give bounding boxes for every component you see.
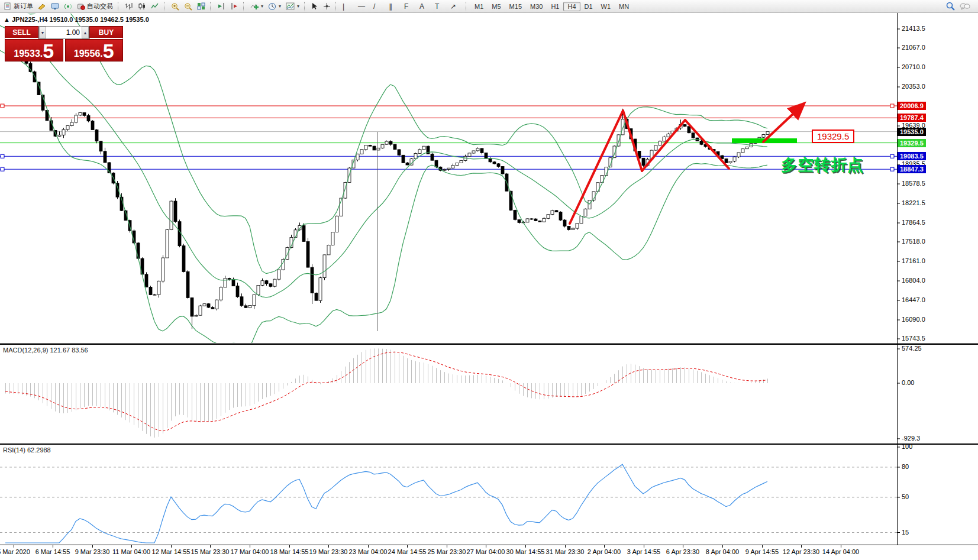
search-icon[interactable] — [946, 2, 955, 11]
trend-arrows[interactable] — [570, 105, 803, 224]
chevron-down-icon: ▾ — [261, 4, 263, 9]
chart-shift-icon — [230, 2, 238, 10]
metaquotes-button[interactable] — [35, 1, 49, 12]
trendline-tool[interactable]: / — [371, 1, 386, 12]
periods-button[interactable]: ▾ — [266, 1, 283, 12]
timeframe-w1[interactable]: W1 — [597, 2, 615, 11]
timeframe-h4[interactable]: H4 — [563, 2, 580, 11]
buy-price-main: 19556 — [74, 48, 101, 60]
toolbar-separator — [304, 2, 306, 11]
timeframe-d1[interactable]: D1 — [580, 2, 597, 11]
autotrading-label: 自动交易 — [87, 2, 113, 11]
sell-price-main: 19533 — [14, 48, 40, 60]
bar-chart-button[interactable] — [122, 1, 135, 12]
chevron-down-icon: ▾ — [297, 4, 299, 9]
volume-decrease-button[interactable]: ▼ — [39, 27, 46, 38]
clock-icon — [268, 2, 276, 11]
toolbar-separator — [243, 2, 246, 11]
price-chart-svg — [0, 0, 978, 560]
timeframes-group: M1M5M15M30H1H4D1W1MN — [470, 2, 633, 11]
indicators-add-icon — [250, 2, 259, 10]
bar-chart-icon — [125, 2, 133, 10]
zoom-in-button[interactable] — [169, 1, 182, 12]
equidistant-channel-tool[interactable]: ∥ — [386, 1, 402, 12]
templates-button[interactable]: ▾ — [283, 1, 302, 12]
timeframe-m15[interactable]: M15 — [505, 2, 526, 11]
symbol-header: ▲ JPN225-,H4 19510.0 19535.0 19462.5 195… — [4, 16, 149, 23]
chart-shift-button[interactable] — [228, 1, 241, 12]
arrows-tool[interactable]: ↗ — [448, 1, 463, 12]
rsi-line — [5, 464, 767, 543]
new-order-button[interactable]: 新订单 — [2, 1, 35, 12]
new-order-icon — [4, 2, 12, 10]
main-toolbar: 新订单 自动交易 ▾ ▾ — [0, 0, 978, 13]
chat-icon[interactable] — [960, 2, 970, 11]
sell-button[interactable]: SELL — [5, 26, 38, 39]
tile-windows-button[interactable] — [195, 1, 208, 12]
candlestick-icon — [138, 2, 146, 10]
autotrading-button[interactable]: 自动交易 — [75, 1, 115, 12]
new-order-label: 新订单 — [14, 2, 33, 11]
symbol-name: JPN225-,H4 — [12, 16, 48, 23]
drawing-tools-group: |—/∥FAT↗ — [340, 1, 463, 12]
text-tool[interactable]: A — [417, 1, 432, 12]
timeframe-m1[interactable]: M1 — [470, 2, 488, 11]
volume-increase-button[interactable]: ▲ — [82, 27, 89, 38]
label-tool[interactable]: T — [432, 1, 448, 12]
metaeditor-button[interactable] — [49, 1, 62, 12]
signal-icon — [64, 2, 72, 10]
candles-layer — [17, 50, 769, 329]
indicators-button[interactable]: ▾ — [248, 1, 266, 12]
crosshair-icon — [323, 2, 331, 10]
horizontal-line-tool[interactable]: — — [356, 1, 371, 12]
vertical-line-tool[interactable]: | — [340, 1, 356, 12]
sell-price-panel[interactable]: 19533.5 — [5, 39, 63, 61]
zoom-out-button[interactable] — [182, 1, 195, 12]
toolbar-separator — [466, 2, 468, 11]
collapse-marker-icon[interactable]: ▲ — [4, 16, 10, 23]
toolbar-separator — [335, 2, 338, 11]
zoom-out-icon — [184, 2, 192, 11]
metaeditor-icon — [51, 3, 59, 10]
autotrading-icon — [77, 2, 85, 10]
cursor-button[interactable] — [309, 1, 321, 12]
template-icon — [286, 2, 295, 10]
timeframe-h1[interactable]: H1 — [547, 2, 563, 11]
signals-button[interactable] — [62, 1, 75, 12]
crosshair-button[interactable] — [321, 1, 333, 12]
macd-label: MACD(12,26,9) 121.67 83.56 — [3, 347, 88, 354]
rsi-label: RSI(14) 62.2988 — [3, 446, 51, 454]
macd-histogram — [5, 348, 768, 438]
rsi-panel-layer — [0, 464, 897, 543]
timeframe-mn[interactable]: MN — [615, 2, 633, 11]
tile-windows-icon — [197, 2, 205, 10]
toolbar-right-group — [946, 2, 976, 11]
auto-scroll-icon — [217, 2, 225, 10]
volume-group: ▼ ▲ — [38, 26, 89, 39]
toolbar-separator — [210, 2, 212, 11]
fibonacci-tool[interactable]: F — [402, 1, 417, 12]
one-click-trading-widget: SELL ▼ ▲ BUY 19533.5 19556.5 — [5, 26, 123, 61]
sell-price-pip: 5 — [43, 42, 54, 60]
volume-input[interactable] — [46, 27, 82, 38]
line-chart-icon — [151, 2, 159, 10]
buy-price-pip: 5 — [103, 42, 114, 60]
zoom-in-icon — [171, 2, 179, 11]
toolbar-separator — [118, 2, 120, 11]
timeframe-m30[interactable]: M30 — [526, 2, 547, 11]
turning-point-annotation[interactable]: 多空转折点 — [781, 154, 864, 176]
chisel-icon — [38, 3, 46, 10]
buy-price-panel[interactable]: 19556.5 — [65, 39, 124, 61]
auto-scroll-button[interactable] — [215, 1, 228, 12]
candlestick-chart-button[interactable] — [135, 1, 149, 12]
timeframe-m5[interactable]: M5 — [488, 2, 505, 11]
toolbar-separator — [164, 2, 166, 11]
axis-ticks — [14, 29, 900, 548]
line-chart-button[interactable] — [149, 1, 162, 12]
buy-button[interactable]: BUY — [89, 26, 123, 39]
symbol-ohlc: 19510.0 19535.0 19462.5 19535.0 — [50, 16, 149, 23]
price-level-label[interactable]: 19329.5 — [812, 130, 854, 143]
chevron-down-icon: ▾ — [279, 4, 281, 9]
cursor-icon — [311, 2, 318, 10]
